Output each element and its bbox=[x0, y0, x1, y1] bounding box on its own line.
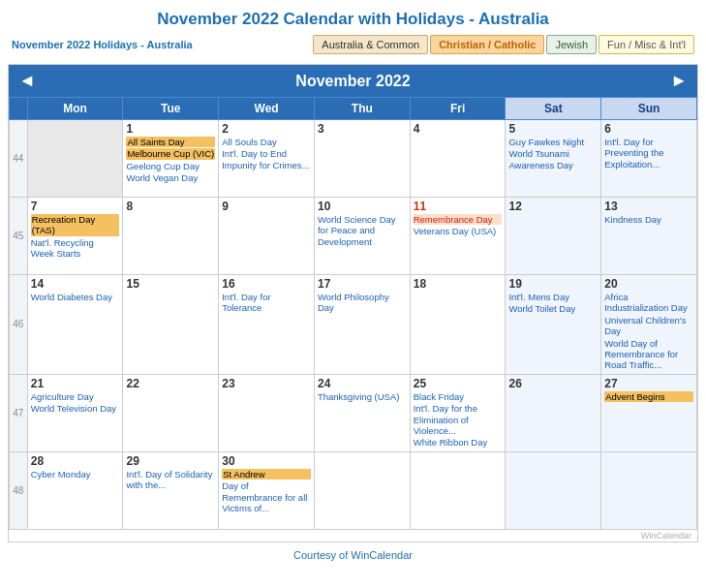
calendar-day: 2All Souls DayInt'l. Day to End Impunity… bbox=[219, 120, 315, 198]
calendar-day: 4 bbox=[410, 120, 506, 198]
calendar-event: Recreation Day (TAS) bbox=[31, 214, 120, 236]
week-num-header bbox=[10, 98, 28, 120]
calendar-event: World Philosophy Day bbox=[318, 292, 407, 314]
calendar-event: World Science Day for Peace and Developm… bbox=[318, 214, 407, 247]
calendar-event: All Souls Day bbox=[222, 137, 311, 147]
watermark: WinCalendar bbox=[9, 530, 697, 542]
calendar-event: Nat'l. Recycling Week Starts bbox=[31, 237, 120, 260]
calendar-event: World Tsunami Awareness Day bbox=[508, 148, 598, 170]
day-number: 4 bbox=[414, 122, 503, 136]
calendar-day: 11Remembrance DayVeterans Day (USA) bbox=[410, 198, 506, 275]
calendar-day: 6Int'l. Day for Preventing the Exploitat… bbox=[601, 120, 697, 198]
calendar-event: Advent Begins bbox=[604, 391, 693, 402]
col-fri: Fri bbox=[410, 98, 506, 120]
calendar-header: ◄ November 2022 ► bbox=[9, 65, 697, 97]
calendar-day: 14World Diabetes Day bbox=[27, 275, 123, 375]
day-number: 29 bbox=[126, 454, 215, 468]
calendar-day: 26 bbox=[506, 374, 601, 451]
calendar-event: World Diabetes Day bbox=[31, 292, 120, 302]
col-mon: Mon bbox=[27, 98, 123, 120]
day-number: 9 bbox=[222, 200, 311, 213]
calendar-event: Black Friday bbox=[414, 391, 503, 402]
day-number: 28 bbox=[31, 454, 120, 468]
day-number: 19 bbox=[508, 277, 598, 291]
subtitle-link[interactable]: November 2022 Holidays - Australia bbox=[12, 39, 193, 50]
calendar-day: 7Recreation Day (TAS)Nat'l. Recycling We… bbox=[27, 198, 123, 275]
day-number: 14 bbox=[31, 277, 120, 291]
day-number: 17 bbox=[318, 277, 407, 291]
calendar-day: 16Int'l. Day for Tolerance bbox=[219, 275, 315, 375]
calendar-day: 3 bbox=[314, 120, 410, 198]
day-number: 23 bbox=[222, 377, 311, 390]
calendar-day: 1All Saints DayMelbourne Cup (VIC)Geelon… bbox=[123, 120, 219, 198]
col-sat: Sat bbox=[506, 98, 601, 120]
calendar-day: 22 bbox=[123, 374, 219, 451]
calendar-event: Int'l. Day of Solidarity with the... bbox=[126, 469, 215, 491]
calendar-event: World Toilet Day bbox=[508, 303, 598, 314]
day-number: 30 bbox=[222, 454, 311, 468]
day-number: 10 bbox=[318, 200, 407, 213]
day-number: 12 bbox=[508, 200, 598, 213]
col-wed: Wed bbox=[219, 98, 315, 120]
filter-tab-jewish[interactable]: Jewish bbox=[546, 35, 597, 54]
day-number: 25 bbox=[414, 377, 503, 390]
calendar-day bbox=[601, 451, 697, 529]
calendar-event: Africa Industrialization Day bbox=[604, 292, 693, 314]
calendar-event: Veterans Day (USA) bbox=[414, 226, 503, 236]
calendar-day: 5Guy Fawkes NightWorld Tsunami Awareness… bbox=[506, 120, 601, 198]
calendar-day: 20Africa Industrialization DayUniversal … bbox=[601, 275, 697, 375]
filter-tab-christian[interactable]: Christian / Catholic bbox=[430, 35, 544, 54]
calendar-event: St Andrew bbox=[222, 469, 311, 480]
calendar-event: Kindness Day bbox=[604, 214, 693, 225]
calendar-day: 19Int'l. Mens DayWorld Toilet Day bbox=[506, 275, 601, 375]
week-number: 47 bbox=[10, 374, 28, 451]
calendar-event: All Saints Day bbox=[126, 137, 215, 147]
filter-tab-fun[interactable]: Fun / Misc & Int'l bbox=[599, 35, 694, 54]
day-number: 27 bbox=[604, 377, 693, 390]
calendar-event: World Day of Remembrance for Road Traffi… bbox=[604, 338, 693, 371]
calendar-day: 8 bbox=[123, 198, 219, 275]
calendar-day: 27Advent Begins bbox=[601, 374, 697, 451]
page-title: November 2022 Calendar with Holidays - A… bbox=[0, 0, 706, 33]
day-number: 26 bbox=[508, 377, 598, 390]
week-number: 48 bbox=[10, 451, 28, 529]
calendar-event: Thanksgiving (USA) bbox=[318, 391, 407, 402]
calendar-day: 15 bbox=[123, 275, 219, 375]
day-number: 18 bbox=[414, 277, 503, 291]
day-number: 15 bbox=[126, 277, 215, 291]
calendar-day: 17World Philosophy Day bbox=[314, 275, 410, 375]
calendar-event: Int'l. Day for the Elimination of Violen… bbox=[414, 403, 503, 436]
calendar-event: Day of Remembrance for all Victims of... bbox=[222, 480, 311, 513]
calendar-event: Cyber Monday bbox=[31, 469, 120, 480]
calendar-event: Agriculture Day bbox=[31, 391, 120, 402]
col-sun: Sun bbox=[601, 98, 697, 120]
calendar-grid: Mon Tue Wed Thu Fri Sat Sun 441All Saint… bbox=[9, 97, 697, 530]
calendar-day: 10World Science Day for Peace and Develo… bbox=[314, 198, 410, 275]
footer-link[interactable]: Courtesy of WinCalendar bbox=[0, 546, 706, 564]
calendar-event: Remembrance Day bbox=[414, 214, 503, 225]
calendar-day: 23 bbox=[219, 374, 315, 451]
col-tue: Tue bbox=[123, 98, 219, 120]
calendar-event: Geelong Cup Day bbox=[126, 161, 215, 171]
calendar-day: 25Black FridayInt'l. Day for the Elimina… bbox=[410, 374, 506, 451]
day-number: 2 bbox=[222, 122, 311, 136]
calendar-title: November 2022 bbox=[295, 73, 410, 90]
day-number: 20 bbox=[604, 277, 693, 291]
calendar-day: 29Int'l. Day of Solidarity with the... bbox=[123, 451, 219, 529]
calendar-event: Int'l. Day for Tolerance bbox=[222, 292, 311, 314]
day-number: 24 bbox=[318, 377, 407, 390]
calendar-container: ◄ November 2022 ► Mon Tue Wed Thu Fri Sa… bbox=[8, 64, 698, 542]
calendar-day: 21Agriculture DayWorld Television Day bbox=[27, 374, 123, 451]
week-number: 46 bbox=[10, 275, 28, 375]
prev-month-nav[interactable]: ◄ bbox=[18, 71, 36, 91]
calendar-day: 24Thanksgiving (USA) bbox=[314, 374, 410, 451]
calendar-event: Int'l. Day to End Impunity for Crimes... bbox=[222, 148, 311, 170]
calendar-day: 30St AndrewDay of Remembrance for all Vi… bbox=[219, 451, 315, 529]
next-month-nav[interactable]: ► bbox=[670, 71, 688, 91]
calendar-event: World Vegan Day bbox=[126, 172, 215, 183]
calendar-day bbox=[410, 451, 506, 529]
day-number: 6 bbox=[604, 122, 693, 136]
filter-tab-australia[interactable]: Australia & Common bbox=[313, 35, 428, 54]
day-number: 5 bbox=[508, 122, 598, 136]
day-number: 7 bbox=[31, 200, 120, 213]
